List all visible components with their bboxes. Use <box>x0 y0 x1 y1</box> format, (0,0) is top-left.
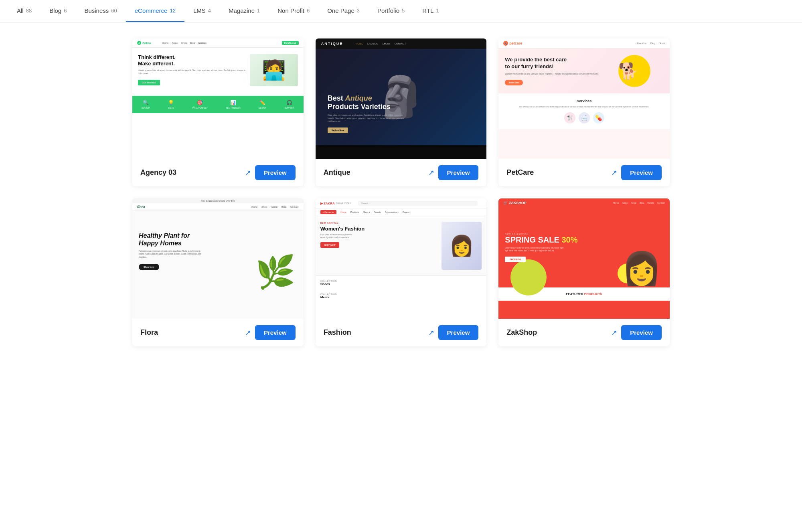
tab-label-onepage: One Page <box>327 7 354 14</box>
preview-btn-antique[interactable]: Preview <box>438 165 479 180</box>
external-link-agency03[interactable]: ↗ <box>245 168 251 177</box>
card-actions-agency03: ↗ Preview <box>245 165 296 180</box>
card-footer-flora: Flora ↗ Preview <box>132 319 304 346</box>
card-footer-petcare: PetCare ↗ Preview <box>498 159 670 186</box>
tab-count-business: 60 <box>111 8 117 14</box>
theme-card-antique: ANTIQUE HOMECATALOGABOUTCONTACT 🗿 Best A… <box>316 38 487 186</box>
theme-name-petcare: PetCare <box>506 168 534 177</box>
preview-btn-petcare[interactable]: Preview <box>621 165 662 180</box>
card-footer-zakshop: ZakShop ↗ Preview <box>498 319 670 346</box>
preview-area-petcare: Premium 🐾 petcare About UsBlogShop We pr… <box>498 38 670 159</box>
theme-name-flora: Flora <box>140 328 158 337</box>
tab-label-nonprofit: Non Profit <box>277 7 304 14</box>
tab-all[interactable]: All 88 <box>8 0 41 22</box>
external-link-fashion[interactable]: ↗ <box>428 328 434 337</box>
tab-count-portfolio: 5 <box>402 8 405 14</box>
external-link-antique[interactable]: ↗ <box>428 168 434 177</box>
theme-name-antique: Antique <box>324 168 350 177</box>
theme-name-zakshop: ZakShop <box>506 328 537 337</box>
tab-count-all: 88 <box>26 8 32 14</box>
tab-count-rtl: 1 <box>436 8 439 14</box>
tab-magazine[interactable]: Magazine 1 <box>220 0 269 22</box>
theme-card-fashion: Premium ▶ ZAKRAONLINE STORE Search... ≡ … <box>316 198 487 346</box>
preview-area-flora: Premium Free Shipping on Orders Over $50… <box>132 198 304 319</box>
preview-btn-flora[interactable]: Preview <box>255 325 296 340</box>
card-footer-agency03: Agency 03 ↗ Preview <box>132 159 304 186</box>
tab-count-nonprofit: 6 <box>307 8 310 14</box>
card-footer-antique: Antique ↗ Preview <box>316 159 487 186</box>
theme-card-flora: Premium Free Shipping on Orders Over $50… <box>132 198 304 346</box>
card-footer-fashion: Fashion ↗ Preview <box>316 319 487 346</box>
tab-blog[interactable]: Blog 6 <box>41 0 75 22</box>
tab-count-lms: 4 <box>208 8 211 14</box>
tab-label-rtl: RTL <box>422 7 433 14</box>
tab-label-portfolio: Portfolio <box>377 7 399 14</box>
tab-count-onepage: 3 <box>357 8 360 14</box>
tab-count-blog: 6 <box>64 8 67 14</box>
preview-area-fashion: Premium ▶ ZAKRAONLINE STORE Search... ≡ … <box>316 198 487 319</box>
filter-tabs: All 88Blog 6Business 60eCommerce 12LMS 4… <box>0 0 802 22</box>
tab-nonprofit[interactable]: Non Profit 6 <box>269 0 318 22</box>
tab-label-lms: LMS <box>193 7 206 14</box>
tab-label-blog: Blog <box>49 7 61 14</box>
theme-card-agency03: Z Zakra HomeAboutShopBlogContact DOWNLOA… <box>132 38 304 186</box>
external-link-flora[interactable]: ↗ <box>245 328 251 337</box>
external-link-petcare[interactable]: ↗ <box>611 168 617 177</box>
card-actions-zakshop: ↗ Preview <box>611 325 662 340</box>
theme-name-agency03: Agency 03 <box>140 168 176 177</box>
tab-count-magazine: 1 <box>257 8 260 14</box>
tab-lms[interactable]: LMS 4 <box>184 0 220 22</box>
theme-card-petcare: Premium 🐾 petcare About UsBlogShop We pr… <box>498 38 670 186</box>
card-actions-petcare: ↗ Preview <box>611 165 662 180</box>
card-actions-flora: ↗ Preview <box>245 325 296 340</box>
tab-rtl[interactable]: RTL 1 <box>413 0 448 22</box>
tab-portfolio[interactable]: Portfolio 5 <box>369 0 413 22</box>
preview-area-zakshop: 🛒 ZAKSHOP HomeAboutShopBlogTicketsContac… <box>498 198 670 319</box>
tab-ecommerce[interactable]: eCommerce 12 <box>126 0 184 22</box>
tab-count-ecommerce: 12 <box>170 8 175 14</box>
themes-grid: Z Zakra HomeAboutShopBlogContact DOWNLOA… <box>120 22 682 362</box>
preview-area-agency03: Z Zakra HomeAboutShopBlogContact DOWNLOA… <box>132 38 304 159</box>
theme-name-fashion: Fashion <box>324 328 351 337</box>
preview-btn-zakshop[interactable]: Preview <box>621 325 662 340</box>
preview-btn-agency03[interactable]: Preview <box>255 165 296 180</box>
card-actions-antique: ↗ Preview <box>428 165 479 180</box>
tab-label-all: All <box>17 7 24 14</box>
card-actions-fashion: ↗ Preview <box>428 325 479 340</box>
tab-label-ecommerce: eCommerce <box>135 7 168 14</box>
tab-label-magazine: Magazine <box>229 7 255 14</box>
tab-label-business: Business <box>84 7 109 14</box>
external-link-zakshop[interactable]: ↗ <box>611 328 617 337</box>
theme-card-zakshop: 🛒 ZAKSHOP HomeAboutShopBlogTicketsContac… <box>498 198 670 346</box>
preview-btn-fashion[interactable]: Preview <box>438 325 479 340</box>
preview-area-antique: ANTIQUE HOMECATALOGABOUTCONTACT 🗿 Best A… <box>316 38 487 159</box>
tab-onepage[interactable]: One Page 3 <box>318 0 369 22</box>
tab-business[interactable]: Business 60 <box>75 0 126 22</box>
